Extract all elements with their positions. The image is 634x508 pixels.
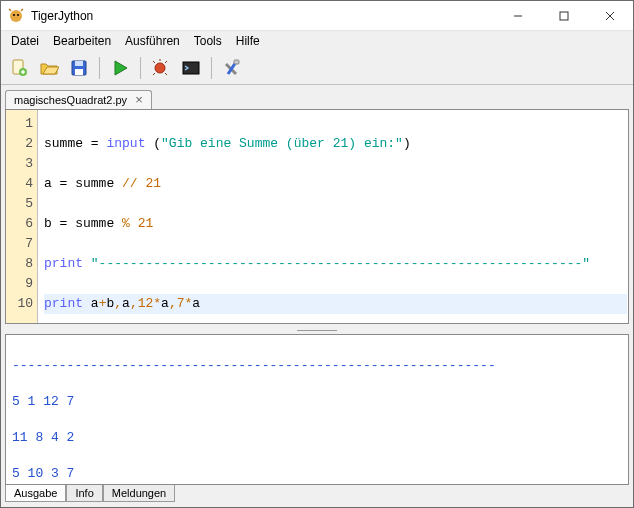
editor-tab[interactable]: magischesQuadrat2.py × bbox=[5, 90, 152, 109]
code-editor[interactable]: 123 456 789 10 summe = input ("Gib eine … bbox=[5, 109, 629, 324]
output-text[interactable]: ----------------------------------------… bbox=[6, 335, 628, 485]
titlebar: TigerJython bbox=[1, 1, 633, 31]
toolbar-separator bbox=[140, 57, 141, 79]
svg-point-13 bbox=[155, 63, 165, 73]
svg-rect-10 bbox=[75, 61, 83, 66]
window-title: TigerJython bbox=[31, 9, 495, 23]
svg-rect-11 bbox=[75, 69, 83, 75]
toolbar-separator bbox=[99, 57, 100, 79]
editor-tabbar: magischesQuadrat2.py × bbox=[1, 85, 633, 109]
tab-filename: magischesQuadrat2.py bbox=[14, 94, 127, 106]
bottom-tabbar: Ausgabe Info Meldungen bbox=[1, 485, 633, 507]
app-window: TigerJython Datei Bearbeiten Ausführen T… bbox=[0, 0, 634, 508]
menu-run[interactable]: Ausführen bbox=[119, 32, 186, 50]
svg-point-2 bbox=[17, 14, 19, 16]
toolbar bbox=[1, 51, 633, 85]
menu-edit[interactable]: Bearbeiten bbox=[47, 32, 117, 50]
menu-file[interactable]: Datei bbox=[5, 32, 45, 50]
run-button[interactable] bbox=[108, 56, 132, 80]
svg-point-1 bbox=[13, 14, 15, 16]
menu-help[interactable]: Hilfe bbox=[230, 32, 266, 50]
svg-rect-14 bbox=[183, 62, 199, 74]
svg-rect-15 bbox=[234, 60, 239, 64]
menubar: Datei Bearbeiten Ausführen Tools Hilfe bbox=[1, 31, 633, 51]
console-button[interactable] bbox=[179, 56, 203, 80]
toolbar-separator bbox=[211, 57, 212, 79]
line-gutter: 123 456 789 10 bbox=[6, 110, 38, 323]
minimize-button[interactable] bbox=[495, 1, 541, 30]
bottom-tab-messages[interactable]: Meldungen bbox=[103, 485, 175, 502]
window-controls bbox=[495, 1, 633, 30]
new-file-button[interactable] bbox=[7, 56, 31, 80]
svg-marker-12 bbox=[115, 61, 127, 75]
output-panel: ----------------------------------------… bbox=[5, 334, 629, 485]
code-area[interactable]: summe = input ("Gib eine Summe (über 21)… bbox=[38, 110, 628, 323]
svg-rect-4 bbox=[560, 12, 568, 20]
bottom-tab-info[interactable]: Info bbox=[66, 485, 102, 502]
tab-close-icon[interactable]: × bbox=[135, 93, 143, 106]
bottom-tab-output[interactable]: Ausgabe bbox=[5, 485, 66, 502]
menu-tools[interactable]: Tools bbox=[188, 32, 228, 50]
open-file-button[interactable] bbox=[37, 56, 61, 80]
app-icon bbox=[7, 7, 25, 25]
close-button[interactable] bbox=[587, 1, 633, 30]
save-button[interactable] bbox=[67, 56, 91, 80]
debug-button[interactable] bbox=[149, 56, 173, 80]
svg-point-0 bbox=[10, 10, 22, 22]
settings-button[interactable] bbox=[220, 56, 244, 80]
maximize-button[interactable] bbox=[541, 1, 587, 30]
